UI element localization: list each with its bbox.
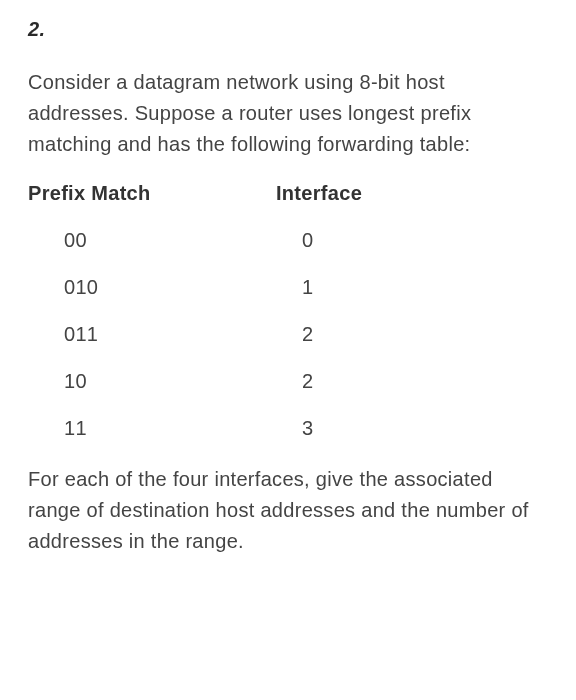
table-body: 00 0 010 1 011 2 10 2 11 3 [28,229,548,440]
table-row: 11 3 [28,417,548,440]
cell-prefix: 011 [28,323,258,346]
cell-interface: 3 [258,417,548,440]
cell-prefix: 11 [28,417,258,440]
cell-interface: 2 [258,370,548,393]
table-row: 011 2 [28,323,548,346]
question-number: 2. [28,18,548,41]
table-row: 10 2 [28,370,548,393]
table-header-interface: Interface [258,182,548,205]
cell-prefix: 010 [28,276,258,299]
cell-interface: 1 [258,276,548,299]
forwarding-table: Prefix Match Interface 00 0 010 1 011 2 … [28,182,548,440]
cell-interface: 2 [258,323,548,346]
table-row: 00 0 [28,229,548,252]
table-header-row: Prefix Match Interface [28,182,548,205]
cell-prefix: 00 [28,229,258,252]
table-row: 010 1 [28,276,548,299]
closing-paragraph: For each of the four interfaces, give th… [28,464,548,557]
cell-interface: 0 [258,229,548,252]
intro-paragraph: Consider a datagram network using 8-bit … [28,67,548,160]
cell-prefix: 10 [28,370,258,393]
table-header-prefix: Prefix Match [28,182,258,205]
